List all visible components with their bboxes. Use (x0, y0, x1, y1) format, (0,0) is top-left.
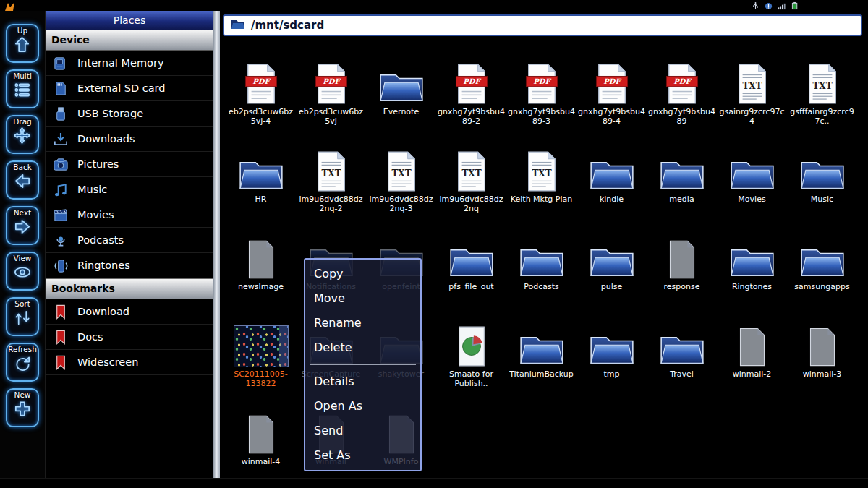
toolbar-button-refresh[interactable]: Refresh (6, 343, 39, 382)
folder-icon (659, 320, 705, 367)
image-pie-icon (455, 320, 488, 367)
file-item-gnxhg7yt9bsbu489-4[interactable]: PDFgnxhg7yt9bsbu489-4 (576, 53, 647, 140)
battery-icon (791, 1, 799, 10)
file-item-im9u6dvdc88dz2nq[interactable]: TXTim9u6dvdc88dz2nq (436, 140, 506, 228)
file-item-pfs-file-out[interactable]: pfs_file_out (436, 228, 506, 315)
file-item-gsfffainrg9zcrc97c[interactable]: TXTgsfffainrg9zcrc97c.. (787, 53, 857, 140)
toolbar-button-label: New (14, 390, 31, 400)
sidebar-item-download[interactable]: Download (46, 299, 213, 325)
context-menu-item-set-as[interactable]: Set As (305, 443, 420, 468)
screenshot-icon (234, 320, 289, 367)
left-toolbar: UpMultiDragBackNextViewSortRefreshNew (0, 11, 45, 478)
file-item-keith-mktg-plan[interactable]: TXTKeith Mktg Plan (506, 140, 576, 228)
file-item-titaniumbackup[interactable]: TitaniumBackup (506, 315, 576, 403)
file-item-pulse[interactable]: pulse (576, 228, 647, 315)
context-menu-item-copy[interactable]: Copy (305, 262, 420, 286)
file-item-hr[interactable]: HR (226, 140, 296, 228)
file-item-im9u6dvdc88dz2nq-2[interactable]: TXTim9u6dvdc88dz2nq-2 (296, 140, 366, 228)
file-item-media[interactable]: media (647, 140, 717, 228)
toolbar-button-back[interactable]: Back (6, 160, 39, 200)
sidebar-item-docs[interactable]: Docs (46, 325, 213, 350)
toolbar-button-up[interactable]: Up (6, 24, 39, 63)
toolbar-button-view[interactable]: View (6, 252, 39, 291)
context-menu-item-move[interactable]: Move (305, 286, 420, 311)
sidebar-item-pictures[interactable]: Pictures (46, 152, 213, 177)
context-menu-item-open-as[interactable]: Open As (305, 394, 420, 419)
file-item-response[interactable]: response (647, 228, 717, 315)
path-bar[interactable]: /mnt/sdcard (223, 14, 862, 36)
toolbar-button-label: Drag (13, 117, 32, 127)
file-item-label: im9u6dvdc88dz2nq-3 (367, 194, 435, 214)
file-item-gnxhg7yt9bsbu489-2[interactable]: PDFgnxhg7yt9bsbu489-2 (436, 53, 506, 140)
context-menu-item-send[interactable]: Send (305, 419, 420, 443)
context-menu-item-delete[interactable]: Delete (305, 335, 420, 360)
sidebar-item-movies[interactable]: Movies (46, 202, 213, 228)
file-item-label: eb2psd3cuw6bz5vj-4 (227, 107, 295, 127)
sidebar-item-ringtones[interactable]: Ringtones (46, 253, 213, 278)
file-item-smaato-for-publish[interactable]: Smaato for Publish.. (436, 315, 506, 403)
usb-storage-icon (51, 106, 70, 122)
toolbar-button-next[interactable]: Next (6, 206, 39, 245)
file-item-winmail-2[interactable]: winmail-2 (717, 315, 787, 403)
toolbar-button-new[interactable]: New (6, 388, 39, 427)
file-item-label: media (669, 194, 694, 204)
file-item-gnxhg7yt9bsbu489-3[interactable]: PDFgnxhg7yt9bsbu489-3 (506, 53, 576, 140)
toolbar-button-drag[interactable]: Drag (6, 115, 39, 154)
file-item-label: Keith Mktg Plan (511, 194, 572, 204)
file-item-sc20111005-133822[interactable]: SC20111005-133822 (226, 315, 296, 403)
file-item-tmp[interactable]: tmp (576, 315, 647, 403)
sidebar-item-podcasts[interactable]: Podcasts (46, 228, 213, 253)
svg-text:TXT: TXT (321, 168, 341, 179)
sidebar-item-music[interactable]: Music (46, 177, 213, 202)
file-icon (245, 232, 277, 280)
svg-text:PDF: PDF (323, 77, 341, 85)
sidebar-item-label: Internal Memory (77, 57, 163, 69)
file-item-im9u6dvdc88dz2nq-3[interactable]: TXTim9u6dvdc88dz2nq-3 (366, 140, 436, 228)
file-item-samsungapps[interactable]: samsungapps (787, 228, 857, 315)
sidebar-item-widescreen[interactable]: Widescreen (46, 350, 213, 375)
folder-icon (378, 57, 425, 105)
file-icon (666, 232, 698, 280)
sidebar-item-downloads[interactable]: Downloads (46, 127, 213, 152)
toolbar-button-multi[interactable]: Multi (6, 69, 39, 108)
file-item-travel[interactable]: Travel (647, 315, 717, 403)
file-item-ringtones[interactable]: Ringtones (717, 228, 787, 315)
file-item-winmail-4[interactable]: winmail-4 (226, 403, 296, 478)
sidebar-item-internal-memory[interactable]: Internal Memory (46, 51, 213, 76)
places-header: Places (46, 11, 213, 30)
folder-icon (729, 145, 775, 192)
file-item-eb2psd3cuw6bz5vj[interactable]: PDFeb2psd3cuw6bz5vj (296, 53, 366, 140)
file-item-label: gsainrg9zcrc97c4 (718, 107, 786, 127)
toolbar-button-sort[interactable]: Sort (6, 297, 39, 336)
file-item-gnxhg7yt9bsbu489[interactable]: PDFgnxhg7yt9bsbu489 (647, 53, 717, 140)
file-item-evernote[interactable]: Evernote (366, 53, 436, 140)
toolbar-button-label: Multi (13, 72, 32, 81)
file-item-kindle[interactable]: kindle (576, 140, 647, 228)
context-menu-item-rename[interactable]: Rename (305, 311, 420, 335)
toolbar-button-label: Next (14, 208, 31, 218)
context-menu-separator (310, 364, 416, 365)
file-item-gsainrg9zcrc97c4[interactable]: TXTgsainrg9zcrc97c4 (717, 53, 787, 140)
sidebar-item-label: Pictures (77, 158, 119, 170)
svg-text:PDF: PDF (463, 77, 481, 85)
file-item-podcasts[interactable]: Podcasts (506, 228, 576, 315)
downloads-icon (51, 131, 70, 147)
context-menu-item-details[interactable]: Details (305, 369, 420, 394)
sidebar-item-usb-storage[interactable]: USB Storage (46, 101, 213, 127)
file-item-label: Ringtones (732, 282, 772, 291)
sidebar-scrollbar[interactable] (213, 11, 220, 478)
sidebar-item-label: Ringtones (77, 260, 130, 271)
file-item-movies[interactable]: Movies (717, 140, 787, 228)
pdf-icon: PDF (665, 57, 699, 105)
sidebar-item-external-sd-card[interactable]: External SD card (46, 76, 213, 101)
file-item-label: im9u6dvdc88dz2nq-2 (297, 194, 365, 214)
file-item-winmail-3[interactable]: winmail-3 (787, 315, 857, 403)
file-item-newsimage[interactable]: newsImage (226, 228, 296, 315)
toolbar-button-label: Refresh (8, 345, 37, 354)
file-item-label: winmail-3 (803, 369, 842, 379)
file-item-music[interactable]: Music (787, 140, 857, 228)
file-item-label: Smaato for Publish.. (438, 369, 506, 389)
file-item-label: tmp (603, 369, 619, 379)
file-item-eb2psd3cuw6bz5vj-4[interactable]: PDFeb2psd3cuw6bz5vj-4 (226, 53, 296, 140)
drag-icon (13, 127, 32, 147)
